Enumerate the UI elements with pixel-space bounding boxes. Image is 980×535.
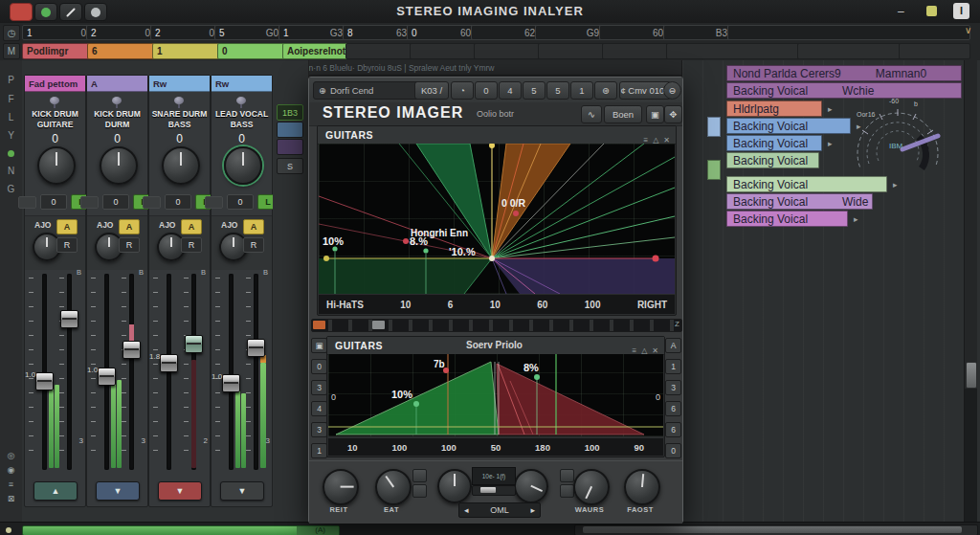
highlight-segment[interactable] (372, 321, 385, 329)
automation-button[interactable]: A (243, 219, 264, 234)
list-icon[interactable]: ≡ (0, 479, 22, 489)
channel-cell[interactable]: 5G0 (214, 25, 283, 40)
value-button[interactable]: 3 (311, 422, 327, 437)
trim-fader[interactable] (122, 341, 141, 359)
volume-fader[interactable] (222, 374, 240, 392)
arranger-clip[interactable]: Backing Voical (726, 135, 822, 151)
trim-track[interactable] (254, 274, 258, 470)
channel-color-header[interactable]: Rw (212, 76, 272, 92)
preset-name-field[interactable]: ⊕Dorfi Cend (313, 81, 422, 100)
read-button[interactable]: R (181, 237, 202, 253)
value-button[interactable]: 6 (665, 422, 681, 437)
green-display[interactable]: 1B3 (277, 104, 303, 121)
surround-gauge[interactable]: -60 b Oor16 IBM (845, 94, 955, 182)
automation-button[interactable]: A (181, 219, 202, 234)
small-button[interactable] (412, 469, 427, 482)
reit-knob[interactable] (323, 469, 359, 505)
arranger-clip[interactable]: Hldrlpatg (726, 100, 822, 117)
digit-button[interactable]: 4 (499, 81, 522, 100)
side-knob[interactable] (514, 469, 548, 503)
clock-button[interactable]: ◔ (451, 81, 474, 100)
rail-letter[interactable]: L (0, 112, 22, 123)
rail-letter[interactable]: F (0, 94, 22, 104)
automation-button[interactable]: A (119, 219, 140, 234)
mute-button[interactable] (205, 196, 223, 209)
value-button[interactable]: 3 (665, 380, 681, 395)
arranger-clip[interactable]: Backing Voical (726, 152, 819, 168)
mini-slider[interactable] (472, 485, 516, 496)
clip-marker-blue[interactable] (707, 117, 721, 137)
value-button[interactable]: 0 (665, 443, 681, 458)
track-tag[interactable]: 0 (217, 43, 290, 59)
send-value-button[interactable]: 0 (227, 194, 254, 210)
minimize-button[interactable]: – (898, 5, 904, 18)
direction-button[interactable]: ▼ (220, 481, 264, 501)
arranger-clip[interactable]: Backing VoicalWide (726, 193, 873, 210)
digit-button[interactable]: 0 (475, 81, 498, 100)
channel-cell-empty[interactable] (727, 25, 970, 40)
digit-button[interactable]: 5 (523, 81, 546, 100)
track-tag-empty[interactable] (538, 43, 610, 59)
microphone-icon[interactable] (112, 97, 122, 104)
preset-select-button[interactable]: K03 / (414, 81, 449, 100)
digit-button[interactable]: 5 (546, 81, 569, 100)
channel-cell[interactable]: 20 (86, 25, 155, 40)
track-tag-empty[interactable] (899, 43, 970, 59)
value-button[interactable]: 1 (665, 359, 681, 374)
channel-cell[interactable]: 060 (407, 25, 476, 40)
scrollbar-thumb[interactable] (966, 362, 977, 389)
read-button[interactable]: R (119, 237, 140, 253)
volume-fader[interactable] (98, 368, 116, 386)
channel-color-header[interactable]: Fad pettom (25, 76, 85, 92)
pan-knob[interactable] (224, 146, 262, 185)
active-segment[interactable] (313, 321, 325, 329)
send-value-button[interactable]: 0 (102, 194, 129, 210)
direction-button[interactable]: ▲ (33, 481, 78, 501)
rail-letter[interactable]: G (0, 184, 22, 194)
blue-tool-button[interactable] (277, 122, 303, 138)
minus-circle-button[interactable]: ⊖ (663, 81, 681, 100)
track-tag-empty[interactable] (602, 43, 674, 59)
scrollbar-thumb[interactable] (583, 526, 962, 533)
track-tag-empty[interactable] (797, 43, 905, 59)
digit-button[interactable]: 1 (570, 81, 593, 100)
value-button[interactable]: 0 (311, 359, 327, 374)
track-tag-empty[interactable] (666, 43, 804, 59)
track-tag[interactable]: 6 (87, 43, 160, 59)
fader-track[interactable] (229, 274, 234, 470)
mid-knob[interactable] (437, 469, 472, 503)
value-button[interactable]: 4 (311, 401, 327, 416)
trim-track[interactable] (129, 274, 134, 470)
channel-cell[interactable]: 10 (22, 25, 91, 40)
microphone-icon[interactable] (236, 97, 246, 104)
target-icon[interactable]: ◎ (0, 451, 22, 460)
dropdown-right-arrow[interactable]: ▸ (530, 505, 535, 515)
direction-button[interactable]: ▼ (158, 481, 202, 501)
value-button[interactable]: 1 (311, 443, 327, 458)
faost-knob[interactable] (624, 469, 660, 505)
move-button[interactable]: ✥ (664, 105, 682, 123)
track-tag-empty[interactable] (474, 43, 546, 59)
channel-color-header[interactable]: Rw (149, 76, 210, 92)
trim-fader[interactable] (60, 310, 78, 328)
waurs-knob[interactable] (573, 469, 610, 505)
value-button[interactable]: A (665, 338, 681, 353)
chevron-down-icon[interactable]: ∨ (965, 25, 971, 35)
window-icon[interactable]: ⊠ (0, 494, 22, 503)
pan-knob[interactable] (162, 146, 200, 185)
read-button[interactable]: R (243, 237, 264, 253)
direction-button[interactable]: ▼ (96, 481, 140, 501)
purple-tool-button[interactable] (277, 139, 303, 155)
automation-button[interactable]: A (56, 219, 78, 234)
timeline-segments[interactable]: Z (311, 319, 682, 332)
close-button[interactable]: I (953, 3, 969, 19)
pin-icon[interactable] (6, 527, 11, 533)
rail-letter[interactable]: Y (0, 130, 22, 141)
volume-fader[interactable] (35, 372, 54, 390)
arranger-clip[interactable]: Nond Parlda Cerers9Mamnan0 (726, 65, 962, 81)
solo-button[interactable]: S (277, 158, 303, 174)
stereo-field-chart[interactable]: Hongrhi Enn 0 0/R 10% 8.% '10.% (319, 144, 675, 294)
channel-cell[interactable]: 1G3 (278, 25, 347, 40)
clock-icon[interactable]: ◷ (3, 25, 20, 41)
channel-cell[interactable]: 20 (150, 25, 219, 40)
